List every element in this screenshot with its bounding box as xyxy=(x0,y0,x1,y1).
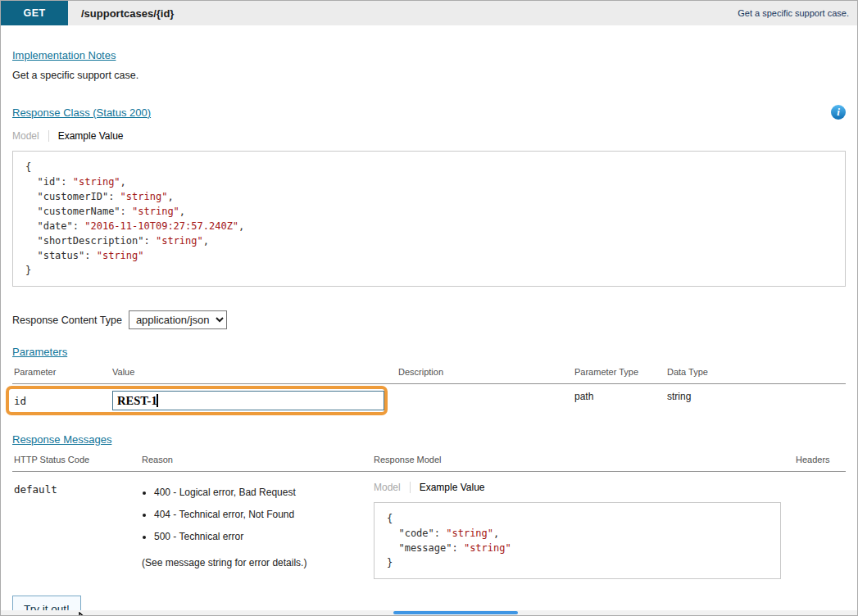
message-status-code: default xyxy=(12,472,140,587)
operation-body: Implementation Notes Get a specific supp… xyxy=(1,48,857,616)
message-row-default: default 400 - Logical error, Bad Request… xyxy=(12,472,846,587)
implementation-notes-text: Get a specific support case. xyxy=(12,70,846,81)
parameters-table: Parameter Value Description Parameter Ty… xyxy=(12,364,846,417)
col-value: Value xyxy=(111,364,397,384)
message-reason-cell: 400 - Logical error, Bad Request 404 - T… xyxy=(140,472,372,587)
col-parameter: Parameter xyxy=(12,364,111,384)
info-icon[interactable]: i xyxy=(831,105,846,120)
response-content-type-select[interactable]: application/json xyxy=(129,310,227,329)
response-model-tab-example-value[interactable]: Example Value xyxy=(410,482,485,493)
response-messages-link[interactable]: Response Messages xyxy=(12,433,111,446)
operation-summary: Get a specific support case. xyxy=(738,8,857,18)
response-example-code: { "id": "string", "customerID": "string"… xyxy=(12,151,846,287)
col-reason: Reason xyxy=(140,451,372,472)
messages-header-row: HTTP Status Code Reason Response Model H… xyxy=(12,451,846,472)
implementation-notes-link[interactable]: Implementation Notes xyxy=(12,49,116,61)
reason-list: 400 - Logical error, Bad Request 404 - T… xyxy=(143,487,370,542)
reason-item: 400 - Logical error, Bad Request xyxy=(154,487,370,498)
col-http-status-code: HTTP Status Code xyxy=(12,451,140,472)
col-response-model: Response Model xyxy=(372,451,794,472)
param-type: path xyxy=(573,384,665,418)
parameter-row-id: id path string xyxy=(12,384,846,418)
param-data-type: string xyxy=(665,384,846,418)
response-class-tabs: Model Example Value xyxy=(12,130,846,142)
error-example-code: { "code": "string", "message": "string" … xyxy=(374,502,781,579)
horizontal-scrollbar-thumb[interactable] xyxy=(393,611,518,614)
parameters-link[interactable]: Parameters xyxy=(12,346,67,358)
response-messages-table: HTTP Status Code Reason Response Model H… xyxy=(12,451,846,586)
response-model-tabs: Model Example Value xyxy=(374,482,792,493)
param-description xyxy=(397,384,573,418)
col-parameter-type: Parameter Type xyxy=(573,364,665,384)
http-method-badge[interactable]: GET xyxy=(1,1,68,25)
response-class-link[interactable]: Response Class (Status 200) xyxy=(12,106,151,119)
operation-header[interactable]: GET /supportcases/{id} Get a specific su… xyxy=(1,1,857,25)
horizontal-scrollbar[interactable] xyxy=(1,610,857,615)
swagger-operation-panel: GET /supportcases/{id} Get a specific su… xyxy=(0,0,858,616)
reason-item: 404 - Technical error, Not Found xyxy=(154,509,370,520)
reason-note: (See message string for error details.) xyxy=(142,557,370,568)
mouse-cursor-icon xyxy=(78,612,96,616)
parameters-header-row: Parameter Value Description Parameter Ty… xyxy=(12,364,846,384)
response-content-type-label: Response Content Type xyxy=(12,315,122,326)
col-headers: Headers xyxy=(794,451,846,472)
param-value-cell xyxy=(111,384,397,418)
message-headers-cell xyxy=(794,472,846,587)
param-name: id xyxy=(12,384,111,418)
col-data-type: Data Type xyxy=(665,364,846,384)
message-response-model-cell: Model Example Value { "code": "string", … xyxy=(372,472,794,587)
col-description: Description xyxy=(397,364,573,384)
param-id-input[interactable] xyxy=(112,391,384,410)
endpoint-path[interactable]: /supportcases/{id} xyxy=(81,7,174,20)
text-caret xyxy=(157,394,158,407)
reason-item: 500 - Technical error xyxy=(154,531,370,542)
tab-example-value[interactable]: Example Value xyxy=(48,130,124,142)
tab-model[interactable]: Model xyxy=(12,130,39,142)
response-model-tab-model[interactable]: Model xyxy=(374,482,401,493)
